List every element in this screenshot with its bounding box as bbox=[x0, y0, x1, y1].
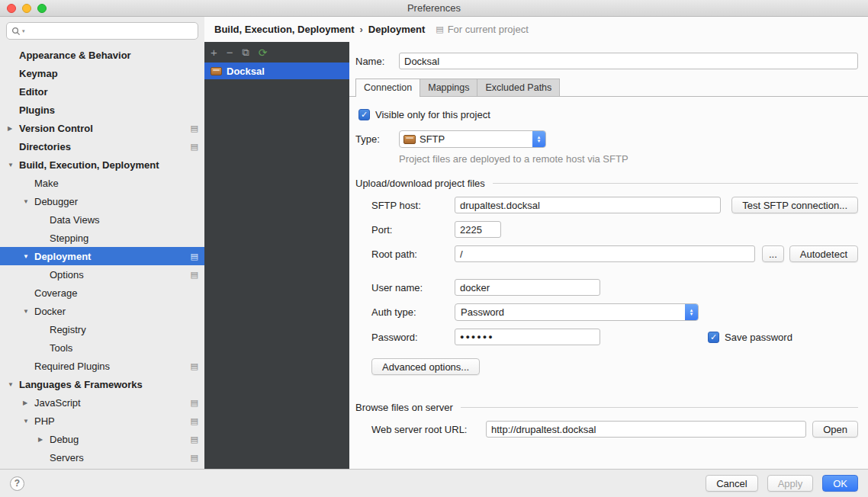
browse-root-path-button[interactable]: ... bbox=[762, 245, 784, 262]
root-path-input[interactable] bbox=[455, 245, 755, 262]
per-project-settings-icon: ▤ bbox=[191, 124, 198, 133]
per-project-settings-icon: ▤ bbox=[191, 362, 198, 370]
sidebar-item-label: Keymap bbox=[19, 68, 58, 79]
save-password-label: Save password bbox=[725, 332, 792, 343]
chevron-down-icon[interactable]: ▼ bbox=[23, 253, 34, 260]
reload-server-button[interactable]: ⟳ bbox=[259, 47, 268, 58]
visible-only-checkbox[interactable]: ✓ bbox=[358, 109, 370, 120]
chevron-right-icon[interactable]: ▶ bbox=[23, 399, 34, 406]
sidebar-item-tools[interactable]: Tools bbox=[0, 338, 204, 357]
breadcrumb-separator-icon: › bbox=[359, 24, 362, 35]
zoom-window-button[interactable] bbox=[37, 4, 47, 13]
sidebar-item-stepping[interactable]: Stepping bbox=[0, 229, 204, 247]
tab-mappings[interactable]: Mappings bbox=[420, 79, 477, 96]
password-input[interactable] bbox=[455, 329, 600, 345]
preferences-window: Preferences ▾ Appearance & BehaviorKeyma… bbox=[0, 0, 868, 497]
save-password-checkbox[interactable]: ✓ bbox=[708, 332, 719, 343]
combo-arrows-icon: ▲ ▼ bbox=[532, 131, 545, 147]
type-select[interactable]: SFTP ▲ ▼ bbox=[399, 130, 546, 148]
apply-button[interactable]: Apply bbox=[767, 475, 814, 492]
close-window-button[interactable] bbox=[7, 4, 16, 13]
sidebar-item-version-control[interactable]: ▶Version Control▤ bbox=[0, 119, 204, 137]
cancel-button[interactable]: Cancel bbox=[706, 475, 757, 492]
server-list: Docksal bbox=[204, 63, 349, 79]
browse-section-title: Browse files on server bbox=[355, 402, 453, 413]
add-server-button[interactable]: + bbox=[211, 46, 217, 58]
sidebar-item-keymap[interactable]: Keymap bbox=[0, 64, 204, 82]
auth-type-select[interactable]: Password ▲ ▼ bbox=[455, 303, 699, 321]
sidebar-item-label: Servers bbox=[50, 452, 84, 463]
sidebar-item-editor[interactable]: Editor bbox=[0, 82, 204, 101]
sidebar-item-languages-frameworks[interactable]: ▼Languages & Frameworks bbox=[0, 375, 204, 393]
name-row: Name: bbox=[355, 53, 858, 69]
sftp-server-icon bbox=[211, 67, 222, 75]
sidebar-item-registry[interactable]: Registry bbox=[0, 320, 204, 338]
chevron-down-icon[interactable]: ▼ bbox=[23, 308, 34, 315]
chevron-down-icon[interactable]: ▼ bbox=[8, 162, 19, 168]
breadcrumb-parent[interactable]: Build, Execution, Deployment bbox=[214, 24, 354, 35]
type-row: Type: SFTP ▲ ▼ bbox=[355, 130, 858, 148]
test-sftp-connection-button[interactable]: Test SFTP connection... bbox=[731, 197, 858, 213]
sftp-host-input[interactable] bbox=[455, 197, 721, 213]
deployment-form: Name: ConnectionMappingsExcluded Paths ✓… bbox=[349, 42, 868, 469]
upload-section-title: Upload/download project files bbox=[355, 178, 485, 189]
port-input[interactable] bbox=[455, 221, 501, 238]
sidebar-item-coverage[interactable]: Coverage bbox=[0, 284, 204, 302]
sidebar-item-data-views[interactable]: Data Views bbox=[0, 210, 204, 229]
chevron-down-icon[interactable]: ▼ bbox=[23, 418, 34, 425]
search-input[interactable] bbox=[27, 24, 193, 38]
search-options-caret-icon[interactable]: ▾ bbox=[22, 28, 25, 34]
sidebar-item-php[interactable]: ▼PHP▤ bbox=[0, 412, 204, 430]
help-button[interactable]: ? bbox=[10, 476, 24, 491]
tab-excluded-paths[interactable]: Excluded Paths bbox=[477, 79, 560, 96]
copy-server-button[interactable]: ⧉ bbox=[243, 47, 249, 57]
minimize-window-button[interactable] bbox=[22, 4, 31, 13]
server-item-docksal[interactable]: Docksal bbox=[204, 63, 349, 79]
name-input[interactable] bbox=[399, 53, 858, 69]
type-hint-text: Project files are deployed to a remote h… bbox=[399, 153, 858, 165]
auth-type-select-value: Password bbox=[459, 306, 681, 318]
type-select-value: SFTP bbox=[420, 133, 529, 145]
sidebar-item-servers[interactable]: Servers▤ bbox=[0, 448, 204, 467]
per-project-settings-icon: ▤ bbox=[191, 454, 198, 462]
combo-arrows-icon: ▲ ▼ bbox=[685, 304, 698, 320]
name-label: Name: bbox=[355, 56, 399, 67]
sidebar-item-label: Languages & Frameworks bbox=[19, 379, 143, 390]
chevron-down-icon[interactable]: ▼ bbox=[23, 198, 34, 205]
ok-button[interactable]: OK bbox=[822, 475, 858, 492]
sidebar-item-make[interactable]: Make bbox=[0, 174, 204, 192]
sidebar-item-plugins[interactable]: Plugins bbox=[0, 101, 204, 119]
breadcrumb-current: Deployment bbox=[368, 24, 425, 35]
scope-note: ▤ For current project bbox=[436, 24, 529, 35]
separator-line bbox=[493, 183, 858, 184]
open-button[interactable]: Open bbox=[812, 421, 858, 438]
sidebar-item-debug[interactable]: ▶Debug▤ bbox=[0, 430, 204, 448]
settings-search-field[interactable]: ▾ bbox=[6, 22, 198, 40]
sidebar-item-label: Options bbox=[50, 269, 84, 281]
sidebar-item-build-execution-deployment[interactable]: ▼Build, Execution, Deployment bbox=[0, 156, 204, 174]
sidebar-item-required-plugins[interactable]: Required Plugins▤ bbox=[0, 357, 204, 375]
autodetect-button[interactable]: Autodetect bbox=[789, 245, 858, 262]
save-password-row: ✓ Save password bbox=[708, 332, 792, 343]
sidebar-item-docker[interactable]: ▼Docker bbox=[0, 302, 204, 320]
sidebar-item-debugger[interactable]: ▼Debugger bbox=[0, 192, 204, 210]
user-name-input[interactable] bbox=[455, 279, 600, 296]
sidebar-item-label: JavaScript bbox=[34, 397, 81, 409]
chevron-down-icon[interactable]: ▼ bbox=[8, 381, 19, 388]
sidebar-item-appearance-behavior[interactable]: Appearance & Behavior bbox=[0, 46, 204, 64]
tab-connection[interactable]: Connection bbox=[355, 79, 420, 96]
per-project-settings-icon: ▤ bbox=[191, 399, 198, 407]
chevron-right-icon[interactable]: ▶ bbox=[8, 125, 19, 132]
sidebar-item-directories[interactable]: Directories▤ bbox=[0, 137, 204, 156]
remove-server-button[interactable]: − bbox=[227, 46, 233, 58]
advanced-options-button[interactable]: Advanced options... bbox=[371, 358, 480, 375]
sidebar-item-deployment[interactable]: ▼Deployment▤ bbox=[0, 247, 204, 265]
chevron-right-icon[interactable]: ▶ bbox=[38, 436, 50, 443]
web-root-input[interactable] bbox=[486, 421, 806, 438]
sidebar-item-options[interactable]: Options▤ bbox=[0, 265, 204, 284]
sidebar-item-label: Registry bbox=[50, 324, 86, 335]
sidebar-item-label: Build, Execution, Deployment bbox=[19, 159, 159, 171]
web-root-label: Web server root URL: bbox=[371, 424, 486, 435]
sidebar-item-label: Appearance & Behavior bbox=[19, 50, 131, 61]
sidebar-item-javascript[interactable]: ▶JavaScript▤ bbox=[0, 393, 204, 412]
